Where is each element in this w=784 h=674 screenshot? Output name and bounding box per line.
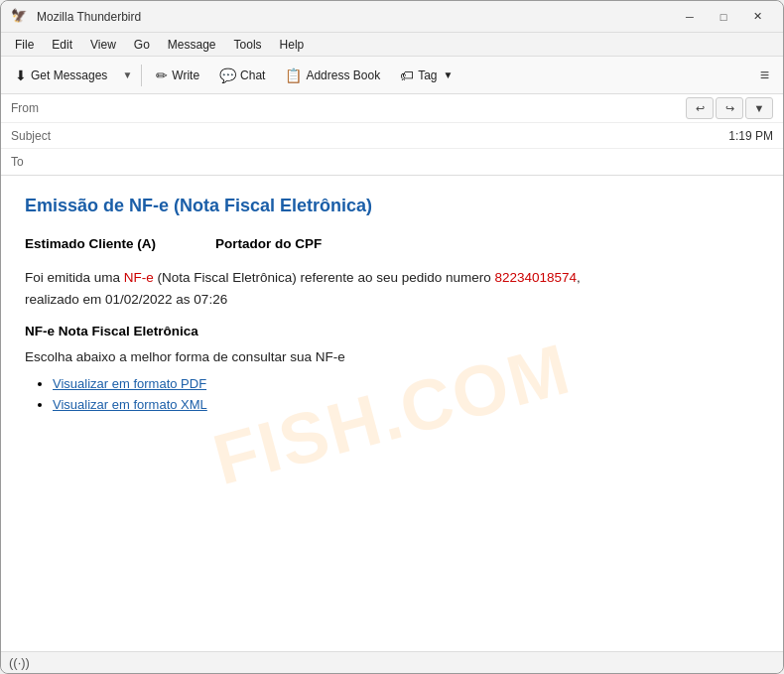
write-button[interactable]: ✏ Write <box>148 64 207 87</box>
forward-button[interactable]: ↪ <box>716 97 743 119</box>
menu-edit[interactable]: Edit <box>44 36 80 54</box>
address-book-label: Address Book <box>306 68 380 82</box>
toolbar-menu-button[interactable]: ≡ <box>752 63 777 88</box>
chat-icon: 💬 <box>219 67 236 83</box>
get-messages-label: Get Messages <box>31 68 107 82</box>
order-number: 82234018574 <box>494 270 577 285</box>
greeting-col1: Estimado Cliente (A) <box>25 236 156 251</box>
address-book-icon: 📋 <box>285 67 302 83</box>
address-book-button[interactable]: 📋 Address Book <box>277 64 388 87</box>
xml-link[interactable]: Visualizar em formato XML <box>53 397 207 412</box>
menu-go[interactable]: Go <box>126 36 158 54</box>
get-messages-icon: ⬇ <box>15 67 27 83</box>
email-body: FISH.COM Emissão de NF-e (Nota Fiscal El… <box>1 176 783 651</box>
window-controls: ─ □ ✕ <box>674 7 773 27</box>
subject-label: Subject <box>11 129 65 143</box>
greeting-columns: Estimado Cliente (A) Portador do CPF <box>25 236 759 251</box>
menu-file[interactable]: File <box>7 36 42 54</box>
section-heading: NF-e Nota Fiscal Eletrônica <box>25 324 759 338</box>
menu-message[interactable]: Message <box>160 36 224 54</box>
nfe-highlight: NF-e <box>124 270 154 285</box>
chat-label: Chat <box>240 68 265 82</box>
tag-button[interactable]: 🏷 Tag ▼ <box>392 64 460 87</box>
close-button[interactable]: ✕ <box>741 7 773 27</box>
titlebar: 🦅 Mozilla Thunderbird ─ □ ✕ <box>1 1 783 33</box>
tag-dropdown-icon: ▼ <box>444 69 454 80</box>
chat-button[interactable]: 💬 Chat <box>211 64 273 87</box>
connection-icon: ((·)) <box>9 655 30 670</box>
toolbar: ⬇ Get Messages ▼ ✏ Write 💬 Chat 📋 Addres… <box>1 57 783 94</box>
app-icon: 🦅 <box>11 8 29 26</box>
section-text: Escolha abaixo a melhor forma de consult… <box>25 346 759 368</box>
email-time: 1:19 PM <box>728 129 773 143</box>
to-label: To <box>11 155 65 169</box>
greeting-col2: Portador do CPF <box>215 236 322 251</box>
pdf-link[interactable]: Visualizar em formato PDF <box>53 376 206 391</box>
minimize-button[interactable]: ─ <box>674 7 706 27</box>
menu-help[interactable]: Help <box>272 36 313 54</box>
more-actions-button[interactable]: ▼ <box>745 97 773 119</box>
list-item: Visualizar em formato PDF <box>53 376 759 391</box>
subject-row: Subject 1:19 PM <box>1 123 783 149</box>
email-header: From ↩ ↪ ▼ Subject 1:19 PM To <box>1 94 783 176</box>
list-item: Visualizar em formato XML <box>53 397 759 412</box>
to-row: To <box>1 149 783 175</box>
get-messages-dropdown[interactable]: ▼ <box>119 66 135 84</box>
email-content: Emissão de NF-e (Nota Fiscal Eletrônica)… <box>25 196 759 412</box>
menubar: File Edit View Go Message Tools Help <box>1 33 783 57</box>
statusbar: ((·)) <box>1 651 783 673</box>
get-messages-button[interactable]: ⬇ Get Messages <box>7 64 115 87</box>
window-title: Mozilla Thunderbird <box>37 10 674 24</box>
write-label: Write <box>172 68 199 82</box>
tag-label: Tag <box>418 68 437 82</box>
main-window: 🦅 Mozilla Thunderbird ─ □ ✕ File Edit Vi… <box>0 0 784 674</box>
toolbar-separator-1 <box>141 65 142 86</box>
email-subject-heading: Emissão de NF-e (Nota Fiscal Eletrônica) <box>25 196 759 216</box>
reply-button[interactable]: ↩ <box>686 97 714 119</box>
maximize-button[interactable]: □ <box>708 7 739 27</box>
paragraph1-prefix: Foi emitida uma <box>25 270 124 285</box>
menu-view[interactable]: View <box>82 36 124 54</box>
menu-tools[interactable]: Tools <box>226 36 270 54</box>
email-nav-buttons: ↩ ↪ ▼ <box>686 97 773 119</box>
paragraph1-middle: (Nota Fiscal Eletrônica) referente ao se… <box>154 270 495 285</box>
write-icon: ✏ <box>156 67 168 83</box>
tag-icon: 🏷 <box>400 67 414 83</box>
links-list: Visualizar em formato PDF Visualizar em … <box>53 376 759 412</box>
paragraph1: Foi emitida uma NF-e (Nota Fiscal Eletrô… <box>25 267 759 310</box>
from-row: From ↩ ↪ ▼ <box>1 94 783 123</box>
paragraph1-line2: realizado em 01/02/2022 as 07:26 <box>25 292 227 307</box>
from-label: From <box>11 101 65 115</box>
paragraph1-suffix: , <box>577 270 581 285</box>
